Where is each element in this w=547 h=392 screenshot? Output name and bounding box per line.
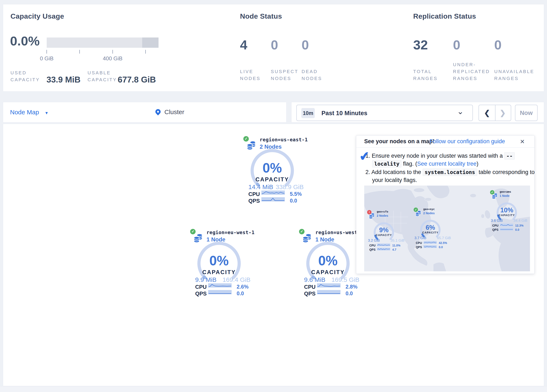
capacity-bar bbox=[47, 37, 158, 48]
step-text: table corresponding to bbox=[479, 169, 535, 175]
cpu-label: CPU bbox=[195, 284, 206, 290]
chevron-down-icon: ⌄ bbox=[457, 107, 464, 116]
database-nodes-icon bbox=[369, 213, 375, 219]
time-step-forward-button[interactable]: ❯ bbox=[495, 105, 511, 121]
region-capacity-percent: 6% bbox=[419, 224, 442, 231]
region-capacity-label: CAPACITY bbox=[419, 231, 442, 234]
capacity-axis-label-0: 0 GiB bbox=[36, 55, 57, 62]
code-chip: locality bbox=[372, 160, 402, 167]
caret-down-icon: ▼ bbox=[45, 111, 48, 115]
total-ranges-count: 32 bbox=[413, 37, 428, 52]
time-step-back-button[interactable]: ❮ bbox=[479, 105, 495, 121]
region-capacity-percent: 10% bbox=[495, 206, 518, 214]
region-capacity-label: CAPACITY bbox=[495, 213, 518, 217]
setup-step-2-line-1: 2. Add locations to thesystem.locationst… bbox=[365, 169, 535, 175]
cpu-value: 11.0% bbox=[392, 244, 400, 247]
region-used-capacity: 3.7 GiB bbox=[414, 236, 426, 240]
usable-capacity-value: 677.8 GiB bbox=[118, 75, 156, 84]
dead-nodes-count: 0 bbox=[301, 37, 309, 52]
capacity-axis-tick bbox=[145, 50, 146, 54]
cpu-label: CPU bbox=[491, 224, 499, 227]
locality-tree-link[interactable]: See current locality tree bbox=[417, 161, 477, 167]
region-usable-capacity: 338.9 GiB bbox=[274, 183, 304, 191]
code-chip: system.locations bbox=[423, 169, 477, 176]
capacity-used-percent: 0.0% bbox=[10, 34, 40, 48]
cpu-label: CPU bbox=[368, 244, 376, 247]
region-used-capacity: 3.2 GiB bbox=[368, 239, 380, 243]
time-range-badge: 10m bbox=[301, 108, 315, 118]
under-replicated-label: UNDER- REPLICATED RANGES bbox=[453, 61, 490, 82]
cpu-sparkline bbox=[208, 283, 232, 288]
qps-label: QPS bbox=[248, 198, 260, 204]
capacity-axis-tick bbox=[47, 50, 47, 54]
view-mode-dropdown[interactable]: Node Map ▼ bbox=[10, 109, 48, 116]
suspect-nodes-count: 0 bbox=[271, 37, 278, 52]
cpu-sparkline bbox=[500, 224, 513, 226]
qps-sparkline bbox=[500, 228, 513, 231]
replication-status-title: Replication Status bbox=[413, 12, 476, 20]
qps-label: QPS bbox=[491, 228, 499, 231]
qps-value: 0.0 bbox=[237, 290, 244, 296]
qps-value: 4.7 bbox=[392, 248, 396, 251]
cpu-sparkline bbox=[317, 283, 341, 288]
total-ranges-label: TOTAL RANGES bbox=[413, 68, 438, 82]
qps-sparkline bbox=[377, 248, 390, 250]
region-capacity-label: CAPACITY bbox=[372, 234, 395, 237]
region-usable-capacity: 169.5 GiB bbox=[329, 276, 359, 283]
qps-label: QPS bbox=[304, 290, 315, 297]
under-replicated-count: 0 bbox=[453, 37, 460, 52]
qps-label: QPS bbox=[195, 290, 206, 297]
code-chip: -- bbox=[504, 152, 515, 159]
step-text: Add locations to the bbox=[371, 169, 421, 175]
now-button[interactable]: Now bbox=[515, 105, 538, 121]
unavailable-label: UNAVAILABLE RANGES bbox=[494, 68, 534, 82]
cpu-label: CPU bbox=[248, 191, 260, 198]
popup-header: See your nodes on a map! Follow our conf… bbox=[356, 136, 534, 148]
cpu-value: 12.3% bbox=[515, 224, 524, 227]
region-capacity-label: CAPACITY bbox=[198, 269, 240, 275]
region-capacity-percent: 0% bbox=[307, 253, 349, 268]
configuration-guide-link[interactable]: Follow our configuration guide bbox=[430, 138, 505, 145]
region-usable-capacity: 169.4 GiB bbox=[220, 276, 250, 283]
step-complete-check-icon: ✔ bbox=[359, 149, 370, 164]
step-text: flag. ( bbox=[403, 161, 417, 167]
qps-label: QPS bbox=[368, 248, 376, 251]
region-node-count: 1 Node bbox=[500, 194, 510, 198]
region-name: geo=ams bbox=[500, 190, 511, 193]
setup-step-2-line-2: your locality flags. bbox=[372, 177, 417, 183]
cpu-value: 42.5% bbox=[439, 241, 447, 245]
setup-step-1-line-1: 1. Ensure every node in your cluster was… bbox=[365, 153, 516, 159]
region-used-capacity: 14.4 MiB bbox=[248, 183, 273, 191]
region-capacity-percent: 9% bbox=[372, 226, 395, 234]
region-usable-capacity: 65.7 GiB bbox=[435, 236, 451, 240]
breadcrumb-cluster-label: Cluster bbox=[164, 109, 184, 116]
suspect-nodes-label: SUSPECT NODES bbox=[271, 68, 298, 82]
qps-sparkline bbox=[424, 245, 437, 248]
cpu-label: CPU bbox=[414, 241, 422, 245]
popup-title: See your nodes on a map! bbox=[364, 138, 435, 145]
setup-step-1-line-2: localityflag. (See current locality tree… bbox=[372, 161, 479, 167]
region-used-capacity: 9.6 MiB bbox=[304, 276, 325, 283]
database-nodes-icon bbox=[492, 193, 498, 199]
cpu-sparkline bbox=[424, 241, 437, 244]
region-name: region=us-east-1 bbox=[260, 137, 308, 142]
region-used-capacity: 3.6 GiB bbox=[491, 219, 503, 223]
time-range-dropdown[interactable]: 10m Past 10 Minutes ⌄ bbox=[296, 105, 473, 121]
region-used-capacity: 9.9 MiB bbox=[195, 276, 217, 283]
unavailable-count: 0 bbox=[494, 37, 502, 52]
step-text: Ensure every node in your cluster was st… bbox=[372, 153, 503, 159]
cpu-value: 2.6% bbox=[237, 284, 249, 290]
node-map-setup-popup: See your nodes on a map! Follow our conf… bbox=[356, 135, 535, 274]
capacity-axis-tick bbox=[79, 50, 80, 54]
live-nodes-count: 4 bbox=[240, 37, 247, 52]
qps-value: 0.0 bbox=[290, 198, 297, 204]
qps-sparkline bbox=[317, 290, 341, 294]
qps-sparkline bbox=[208, 290, 232, 294]
region-capacity-label: CAPACITY bbox=[307, 269, 349, 275]
region-capacity-label: CAPACITY bbox=[251, 176, 293, 183]
region-capacity-percent: 0% bbox=[251, 160, 293, 176]
qps-value: 0.0 bbox=[515, 228, 519, 231]
close-icon[interactable]: ✕ bbox=[520, 138, 525, 145]
step-number: 2. bbox=[365, 169, 370, 175]
node-status-title: Node Status bbox=[240, 12, 282, 20]
